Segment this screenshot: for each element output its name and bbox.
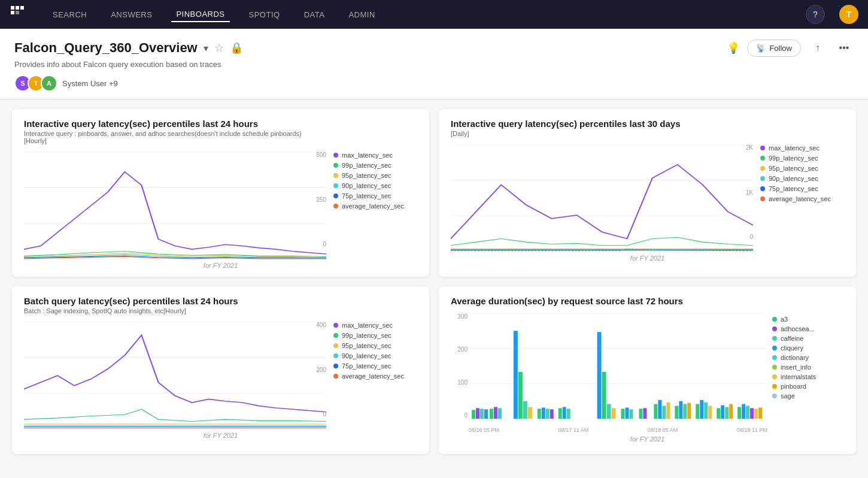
user-avatar[interactable]: T bbox=[839, 5, 858, 24]
page-header: Falcon_Query_360_Overview ▾ ☆ 🔒 💡 📡 Foll… bbox=[0, 29, 868, 99]
svg-rect-23 bbox=[480, 409, 484, 419]
legend-item: 99p_latency_sec bbox=[333, 162, 417, 169]
svg-rect-56 bbox=[696, 404, 699, 419]
svg-rect-52 bbox=[675, 406, 678, 419]
charts-grid: Interactive query latency(sec) percentil… bbox=[0, 99, 868, 464]
legend-item: average_latency_sec bbox=[333, 202, 417, 210]
legend-item: internalstats bbox=[772, 373, 844, 380]
legend-item: 90p_latency_sec bbox=[760, 175, 844, 182]
svg-rect-67 bbox=[750, 408, 754, 419]
legend-item: sage bbox=[772, 392, 844, 400]
legend-item: cliquery bbox=[772, 344, 844, 352]
svg-rect-66 bbox=[746, 406, 749, 419]
svg-rect-68 bbox=[754, 409, 758, 419]
legend-item: insert_info bbox=[772, 364, 844, 371]
svg-rect-47 bbox=[643, 408, 647, 419]
svg-rect-1 bbox=[16, 6, 19, 10]
legend-item: average_latency_sec bbox=[333, 373, 417, 380]
favorite-icon[interactable]: ☆ bbox=[214, 41, 224, 55]
chart3-footer: for FY 2021 bbox=[24, 432, 417, 439]
svg-rect-28 bbox=[514, 331, 518, 419]
help-icon[interactable]: ? bbox=[806, 5, 825, 24]
svg-rect-45 bbox=[629, 409, 633, 419]
svg-rect-30 bbox=[523, 401, 527, 419]
chart2-subtitle: [Daily] bbox=[451, 130, 844, 137]
svg-rect-53 bbox=[679, 401, 682, 419]
svg-rect-62 bbox=[725, 407, 729, 419]
svg-rect-4 bbox=[20, 6, 24, 10]
legend-item: max_latency_sec bbox=[333, 322, 417, 329]
svg-rect-39 bbox=[597, 332, 602, 419]
legend-item: a3 bbox=[772, 316, 844, 323]
follow-icon: 📡 bbox=[756, 44, 766, 53]
avatar-a: A bbox=[41, 75, 57, 92]
chart3-subtitle: Batch : Sage indexing, SpotIQ auto insig… bbox=[24, 307, 417, 314]
nav-answers[interactable]: ANSWERS bbox=[106, 8, 157, 22]
chart3-y-labels: 400 200 0 bbox=[308, 322, 326, 418]
legend-item: average_latency_sec bbox=[760, 195, 844, 202]
svg-rect-38 bbox=[567, 409, 570, 419]
svg-rect-55 bbox=[687, 403, 691, 419]
svg-rect-42 bbox=[612, 408, 616, 419]
svg-rect-25 bbox=[490, 409, 493, 419]
svg-rect-24 bbox=[484, 409, 488, 419]
legend-item: 95p_latency_sec bbox=[333, 172, 417, 179]
nav-admin[interactable]: ADMIN bbox=[344, 8, 380, 22]
insights-icon[interactable]: 💡 bbox=[727, 41, 740, 55]
legend-item: 99p_latency_sec bbox=[333, 332, 417, 339]
svg-rect-22 bbox=[476, 408, 479, 419]
svg-rect-34 bbox=[546, 409, 550, 419]
svg-rect-65 bbox=[742, 404, 745, 419]
svg-rect-57 bbox=[700, 400, 703, 419]
lock-icon[interactable]: 🔒 bbox=[230, 41, 243, 55]
chart1-footer: for FY 2021 bbox=[24, 262, 417, 269]
legend-item: 90p_latency_sec bbox=[333, 352, 417, 359]
chart4-legend: a3 adhocsea... caffeine cliquery diction… bbox=[772, 316, 844, 400]
chart2-plot: 2K 1K 0 bbox=[451, 144, 753, 252]
svg-rect-60 bbox=[717, 408, 720, 419]
svg-rect-35 bbox=[550, 409, 554, 419]
legend-item: dictionary bbox=[772, 354, 844, 361]
legend-item: 75p_latency_sec bbox=[333, 192, 417, 199]
svg-rect-58 bbox=[704, 403, 708, 419]
nav-pinboards[interactable]: PINBOARDS bbox=[171, 7, 229, 22]
follow-label: Follow bbox=[769, 44, 792, 53]
chart2-title: Interactive query latency(sec) percentil… bbox=[451, 119, 844, 129]
svg-rect-33 bbox=[542, 407, 545, 419]
chart1-plot: 500 250 0 bbox=[24, 152, 326, 259]
svg-rect-0 bbox=[11, 6, 14, 10]
collaborators: S T A System User +9 bbox=[14, 75, 854, 92]
chart1-subtitle: Interactive query : pinboards, answer, a… bbox=[24, 130, 417, 144]
page-subtitle: Provides info about Falcon query executi… bbox=[14, 60, 854, 69]
legend-item: 95p_latency_sec bbox=[760, 165, 844, 172]
svg-rect-27 bbox=[498, 408, 502, 419]
svg-rect-26 bbox=[494, 407, 497, 419]
nav-data[interactable]: DATA bbox=[299, 8, 330, 22]
svg-rect-46 bbox=[639, 409, 642, 419]
legend-item: 75p_latency_sec bbox=[333, 362, 417, 370]
svg-rect-49 bbox=[658, 400, 661, 419]
svg-rect-32 bbox=[538, 409, 541, 419]
chart-batch-24h: Batch query latency(sec) percentiles las… bbox=[12, 286, 429, 454]
chart2-y-labels: 2K 1K 0 bbox=[735, 144, 753, 240]
svg-rect-63 bbox=[729, 404, 733, 419]
follow-button[interactable]: 📡 Follow bbox=[747, 40, 801, 57]
legend-item: caffeine bbox=[772, 335, 844, 342]
svg-rect-36 bbox=[559, 408, 562, 419]
chart4-plot: 300 200 100 0 bbox=[451, 313, 767, 433]
legend-item: 95p_latency_sec bbox=[333, 342, 417, 349]
chart1-title: Interactive query latency(sec) percentil… bbox=[24, 119, 417, 129]
share-button[interactable]: ↑ bbox=[808, 38, 827, 58]
more-options-button[interactable]: ••• bbox=[834, 38, 854, 58]
svg-rect-40 bbox=[602, 372, 606, 419]
chart-interactive-24h: Interactive query latency(sec) percentil… bbox=[12, 109, 429, 277]
nav-spotiq[interactable]: SPOTIQ bbox=[244, 8, 285, 22]
chart3-title: Batch query latency(sec) percentiles las… bbox=[24, 296, 417, 306]
title-dropdown-icon[interactable]: ▾ bbox=[204, 43, 208, 54]
svg-rect-43 bbox=[621, 409, 624, 419]
svg-rect-37 bbox=[563, 407, 566, 419]
chart1-y-labels: 500 250 0 bbox=[308, 152, 326, 247]
nav-search[interactable]: SEARCH bbox=[48, 8, 92, 22]
chart3-legend: max_latency_sec 99p_latency_sec 95p_late… bbox=[333, 322, 417, 380]
svg-rect-64 bbox=[738, 407, 741, 419]
